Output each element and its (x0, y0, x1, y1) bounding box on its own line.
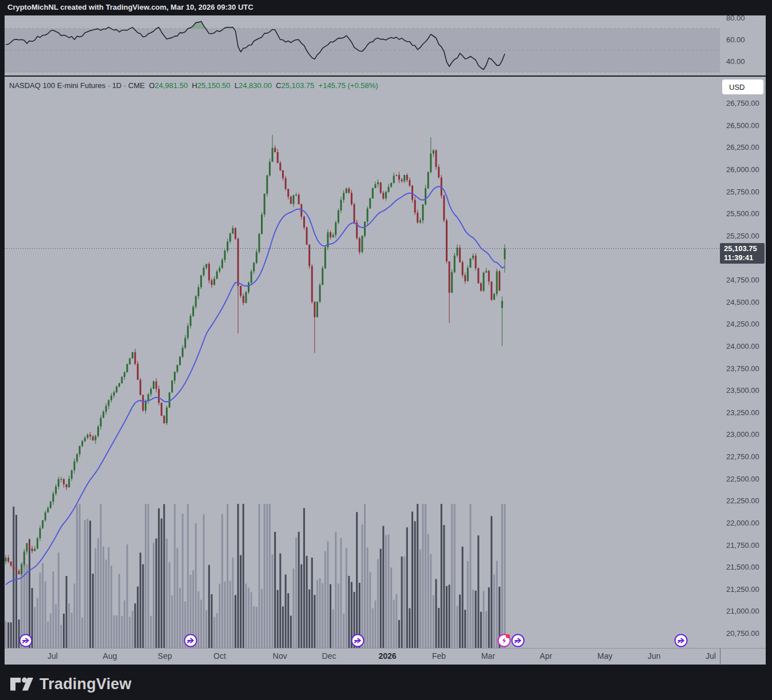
bar-close-countdown: 11:39:41 (724, 253, 765, 262)
legend-segment: 24,830.00 (239, 81, 276, 90)
time-scale-label: Jun (648, 651, 661, 661)
tradingview-watermark[interactable]: TradingView (10, 672, 132, 696)
legend-segment: NASDAQ 100 E-mini Futures · 1D · CME (9, 81, 149, 90)
moving-average-line (6, 186, 505, 584)
price-scale-tick: 21,750.00 (726, 540, 759, 549)
time-scale-label: Oct (213, 651, 226, 661)
price-scale-tick: 23,000.00 (726, 430, 759, 439)
time-scale-label: 2026 (378, 651, 396, 661)
flash-event-icon[interactable] (498, 634, 510, 647)
price-scale-tick: 22,500.00 (726, 474, 759, 483)
price-scale-tick: 23,750.00 (726, 364, 759, 372)
price-scale-tick: 21,000.00 (726, 607, 759, 615)
price-scale-tick: 26,750.00 (726, 99, 759, 108)
time-scale-label: Jul (706, 651, 716, 661)
attribution-text: CryptoMichNL created with TradingView.co… (7, 3, 254, 11)
price-scale-tick: 23,500.00 (726, 386, 759, 395)
rsi-scale-tick: 40.00 (726, 57, 745, 66)
time-scale-label: Nov (273, 651, 287, 661)
price-scale-tick: 22,000.00 (726, 518, 759, 527)
legend-segment: 25,150.50 (197, 81, 235, 90)
last-price-value: 25,103.75 (724, 244, 765, 253)
price-scale-tick: 21,500.00 (726, 563, 759, 571)
price-scale-tick: 22,250.00 (726, 496, 759, 505)
last-price-label: 25,103.75 11:39:41 (720, 243, 765, 264)
legend-segment: L (235, 81, 239, 90)
chart-frame: NASDAQ 100 E-mini Futures · 1D · CME O24… (5, 15, 766, 665)
symbol-legend[interactable]: NASDAQ 100 E-mini Futures · 1D · CME O24… (9, 81, 378, 90)
split-event-icon[interactable] (675, 635, 687, 647)
split-event-icon[interactable] (512, 635, 524, 647)
price-scale-tick: 20,750.00 (726, 629, 759, 638)
time-scale[interactable]: JulAugSepOctNovDec2026FebMarAprMayJunJul (5, 648, 766, 665)
price-scale-tick: 21,250.00 (726, 584, 759, 593)
attribution-bar: CryptoMichNL created with TradingView.co… (0, 0, 772, 15)
tradingview-logo-icon (10, 675, 33, 693)
price-scale-tick: 26,500.00 (726, 121, 759, 129)
time-scale-label: Aug (103, 651, 117, 661)
price-scale-tick: 26,000.00 (726, 165, 759, 173)
time-scale-label: Sep (158, 651, 172, 661)
notification-dot (506, 634, 510, 638)
time-scale-label: Apr (540, 651, 552, 661)
price-scale-tick: 24,500.00 (726, 297, 759, 306)
price-scale-tick: 25,500.00 (726, 209, 759, 218)
price-scale-tick: 24,000.00 (726, 341, 759, 350)
price-scale-tick: 22,750.00 (726, 452, 759, 461)
price-scale-tick: 26,250.00 (726, 143, 759, 152)
split-event-icon[interactable] (352, 635, 364, 647)
legend-segment: O (149, 81, 155, 90)
currency-label: USD (729, 83, 745, 92)
rsi-scale-tick: 80.00 (726, 14, 745, 22)
rsi-pane[interactable] (5, 15, 720, 76)
time-scale-label: Feb (432, 651, 446, 661)
currency-toggle-button[interactable]: USD (722, 79, 763, 94)
price-pane[interactable] (5, 77, 720, 648)
axis-corner-divider (720, 649, 720, 665)
price-scale-tick: 24,750.00 (726, 276, 759, 284)
tradingview-logo-text: TradingView (39, 675, 132, 693)
rsi-scale-tick: 60.00 (726, 35, 745, 44)
price-scale[interactable]: 25,103.75 11:39:41 80.0060.0040.0026,750… (720, 15, 766, 648)
price-scale-tick: 23,250.00 (726, 408, 759, 416)
legend-segment: 25,103.75 (282, 81, 319, 90)
time-scale-label: May (597, 651, 612, 661)
legend-segment: +145.75 (+0.58%) (319, 81, 378, 90)
pane-separator[interactable] (5, 75, 766, 77)
legend-segment: 24,981.50 (155, 81, 192, 90)
legend-segment: H (192, 81, 197, 90)
time-scale-label: Mar (481, 651, 495, 661)
time-scale-label: Dec (322, 651, 336, 661)
volume-bars (5, 504, 506, 648)
price-scale-tick: 24,250.00 (726, 320, 759, 328)
split-event-icon[interactable] (185, 635, 197, 647)
time-scale-label: Jul (47, 651, 58, 661)
price-scale-tick: 25,750.00 (726, 187, 759, 196)
legend-segment: C (276, 81, 281, 90)
split-event-icon[interactable] (20, 635, 32, 647)
price-scale-tick: 25,250.00 (726, 231, 759, 240)
